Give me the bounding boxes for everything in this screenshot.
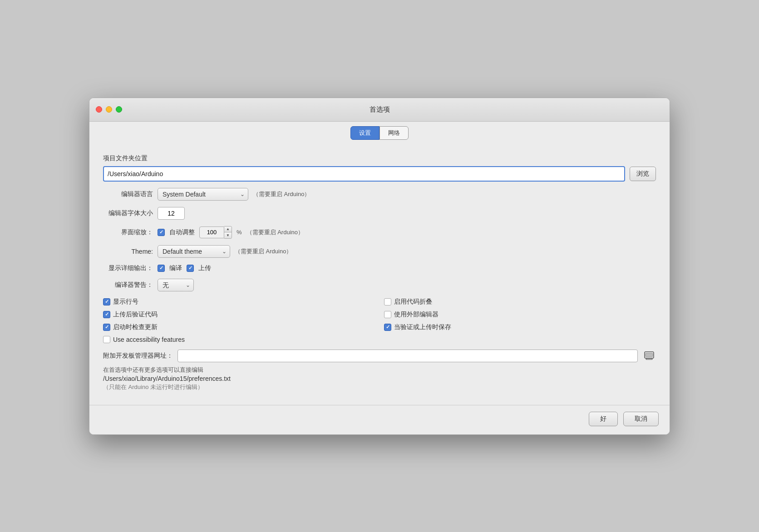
tab-bar: 设置 网络 <box>89 122 670 145</box>
interface-scale-label: 界面缩放： <box>103 228 153 236</box>
scale-unit: % <box>237 229 242 236</box>
compiler-warnings-select[interactable]: 无 默认 更多 全部 <box>158 279 194 291</box>
file-path-text: /Users/xiao/Library/Arduino15/preference… <box>103 375 656 382</box>
editor-font-size-input[interactable] <box>158 207 185 220</box>
folder-path-input[interactable] <box>103 166 625 182</box>
upload-label: 上传 <box>198 264 211 272</box>
readonly-note: （只能在 Arduino 未运行时进行编辑） <box>103 383 656 391</box>
checkbox-grid: 显示行号 启用代码折叠 上传后验证代码 使用外部编辑器 启动时检查更新 <box>103 298 656 343</box>
verify-after-upload-label: 上传后验证代码 <box>113 310 158 319</box>
spin-arrows: ▲ ▼ <box>224 226 232 239</box>
bottom-bar: 好 取消 <box>89 405 670 434</box>
compile-checkbox[interactable] <box>158 265 165 272</box>
theme-select[interactable]: Default theme Dark theme <box>158 245 230 258</box>
compiler-warnings-select-wrapper: 无 默认 更多 全部 ⌄ <box>158 279 194 291</box>
save-on-verify-item: 当验证或上传时保存 <box>384 323 656 331</box>
tab-network[interactable]: 网络 <box>380 126 409 140</box>
code-folding-checkbox[interactable] <box>384 298 391 305</box>
scale-value-spinner: ▲ ▼ <box>199 226 232 239</box>
compiler-warnings-row: 编译器警告： 无 默认 更多 全部 ⌄ <box>103 279 656 291</box>
maximize-button[interactable] <box>116 106 122 113</box>
theme-row: Theme: Default theme Dark theme ⌄ （需要重启 … <box>103 245 656 258</box>
close-button[interactable] <box>96 106 102 113</box>
scale-input[interactable] <box>199 227 224 238</box>
external-editor-label: 使用外部编辑器 <box>394 310 439 319</box>
preferences-window: 首选项 设置 网络 项目文件夹位置 浏览 编辑器语言 System Defaul… <box>89 98 670 435</box>
verify-after-upload-item: 上传后验证代码 <box>103 310 375 319</box>
board-manager-label: 附加开发板管理器网址： <box>103 352 173 360</box>
svg-rect-2 <box>646 353 653 357</box>
compile-label: 编译 <box>169 264 182 272</box>
show-line-numbers-checkbox[interactable] <box>103 298 110 305</box>
editor-language-note: （需要重启 Arduino） <box>253 190 310 198</box>
theme-note: （需要重启 Arduino） <box>235 247 292 256</box>
edit-info-text: 在首选项中还有更多选项可以直接编辑 <box>103 366 656 374</box>
editor-language-label: 编辑器语言 <box>103 190 153 198</box>
minimize-button[interactable] <box>106 106 112 113</box>
editor-language-select-wrapper: System Default English 简体中文 ⌄ <box>158 188 248 201</box>
verbose-output-label: 显示详细输出： <box>103 264 153 272</box>
browse-button[interactable]: 浏览 <box>630 167 656 181</box>
verify-after-upload-checkbox[interactable] <box>103 311 110 318</box>
cancel-button[interactable]: 取消 <box>623 412 659 426</box>
theme-select-wrapper: Default theme Dark theme ⌄ <box>158 245 230 258</box>
save-on-verify-checkbox[interactable] <box>384 324 391 331</box>
editor-language-row: 编辑器语言 System Default English 简体中文 ⌄ （需要重… <box>103 188 656 201</box>
editor-font-size-row: 编辑器字体大小 <box>103 207 656 220</box>
folder-label: 项目文件夹位置 <box>103 154 656 163</box>
check-updates-label: 启动时检查更新 <box>113 323 158 331</box>
spin-up-button[interactable]: ▲ <box>224 227 232 232</box>
board-manager-input[interactable] <box>177 350 638 362</box>
svg-rect-1 <box>646 359 652 360</box>
auto-scale-checkbox[interactable] <box>158 229 165 236</box>
editor-font-size-label: 编辑器字体大小 <box>103 209 153 217</box>
check-updates-item: 启动时检查更新 <box>103 323 375 331</box>
code-folding-label: 启用代码折叠 <box>394 298 432 306</box>
editor-language-select[interactable]: System Default English 简体中文 <box>158 188 248 201</box>
accessibility-label: Use accessibility features <box>113 336 185 343</box>
check-updates-checkbox[interactable] <box>103 324 110 331</box>
code-folding-item: 启用代码折叠 <box>384 298 656 306</box>
board-manager-row: 附加开发板管理器网址： <box>103 350 656 362</box>
tab-settings[interactable]: 设置 <box>350 126 380 140</box>
save-on-verify-label: 当验证或上传时保存 <box>394 323 451 331</box>
scale-note: （需要重启 Arduino） <box>246 228 304 236</box>
board-manager-icon[interactable] <box>642 350 656 362</box>
verbose-output-row: 显示详细输出： 编译 上传 <box>103 264 656 272</box>
external-editor-checkbox[interactable] <box>384 311 391 318</box>
accessibility-item: Use accessibility features <box>103 336 375 343</box>
theme-label: Theme: <box>103 248 153 255</box>
spin-down-button[interactable]: ▼ <box>224 232 232 238</box>
titlebar: 首选项 <box>89 98 670 122</box>
show-line-numbers-item: 显示行号 <box>103 298 375 306</box>
folder-row: 浏览 <box>103 166 656 182</box>
traffic-lights <box>96 106 122 113</box>
window-title: 首选项 <box>370 105 390 114</box>
external-editor-item: 使用外部编辑器 <box>384 310 656 319</box>
content-area: 项目文件夹位置 浏览 编辑器语言 System Default English … <box>89 145 670 405</box>
auto-scale-label: 自动调整 <box>169 228 195 236</box>
accessibility-checkbox[interactable] <box>103 336 110 343</box>
upload-checkbox[interactable] <box>187 265 194 272</box>
ok-button[interactable]: 好 <box>589 412 618 426</box>
interface-scale-row: 界面缩放： 自动调整 ▲ ▼ % （需要重启 Arduino） <box>103 226 656 239</box>
compiler-warnings-label: 编译器警告： <box>103 281 153 289</box>
show-line-numbers-label: 显示行号 <box>113 298 138 306</box>
